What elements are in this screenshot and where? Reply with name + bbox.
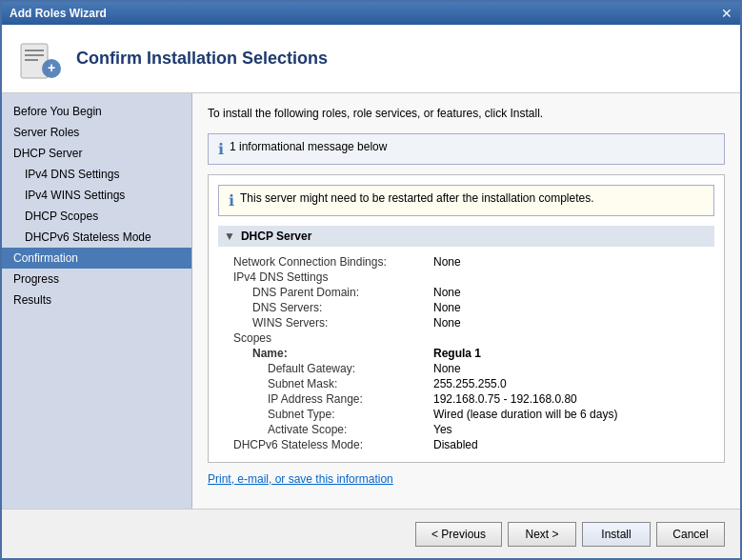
warn-icon: ℹ <box>229 191 234 210</box>
page-title: Confirm Installation Selections <box>76 49 328 69</box>
window-title: Add Roles Wizard <box>10 7 107 20</box>
info-message-text: 1 informational message below <box>230 140 387 153</box>
header: + Confirm Installation Selections <box>2 25 740 93</box>
sidebar-item-progress[interactable]: Progress <box>2 269 191 290</box>
value-default-gateway: None <box>433 362 461 375</box>
value-name: Regula 1 <box>433 347 481 360</box>
main-content: To install the following roles, role ser… <box>192 93 740 509</box>
label-name: Name: <box>224 347 433 360</box>
row-name: Name: Regula 1 <box>218 346 714 361</box>
value-subnet-type: Wired (lease duration will be 6 days) <box>433 408 617 421</box>
row-scopes-section: Scopes <box>218 330 714 346</box>
sidebar-item-server-roles[interactable]: Server Roles <box>2 122 191 143</box>
row-default-gateway: Default Gateway: None <box>218 361 714 376</box>
info-icon: ℹ <box>218 140 224 158</box>
row-activate-scope: Activate Scope: Yes <box>218 422 714 437</box>
label-network-bindings: Network Connection Bindings: <box>224 255 433 269</box>
svg-rect-1 <box>25 50 44 51</box>
install-button[interactable]: Install <box>582 522 651 547</box>
section-header-label: DHCP Server <box>241 230 311 243</box>
title-bar: Add Roles Wizard ✕ <box>2 2 740 25</box>
label-wins-servers: WINS Servers: <box>224 316 433 330</box>
content-area: Before You Begin Server Roles DHCP Serve… <box>2 93 740 509</box>
row-ipv4-dns-section: IPv4 DNS Settings <box>218 270 714 285</box>
value-dns-servers: None <box>433 301 461 314</box>
svg-text:+: + <box>48 60 55 75</box>
label-dns-servers: DNS Servers: <box>224 301 433 314</box>
label-dns-parent: DNS Parent Domain: <box>224 286 433 299</box>
label-dhcpv6: DHCPv6 Stateless Mode: <box>224 438 433 451</box>
row-ip-range: IP Address Range: 192.168.0.75 - 192.168… <box>218 391 714 407</box>
value-subnet-mask: 255.255.255.0 <box>433 377 507 390</box>
warn-text: This server might need to be restarted a… <box>240 191 594 205</box>
footer: < Previous Next > Install Cancel <box>2 509 740 558</box>
value-network-bindings: None <box>433 255 461 269</box>
sidebar-item-dhcp-scopes[interactable]: DHCP Scopes <box>2 206 191 227</box>
add-roles-wizard-window: Add Roles Wizard ✕ + Confirm Installatio… <box>0 0 742 560</box>
info-message-box: ℹ 1 informational message below <box>208 133 725 165</box>
section-header: ▼ DHCP Server <box>218 226 714 247</box>
sidebar: Before You Begin Server Roles DHCP Serve… <box>2 93 192 509</box>
label-ipv4-dns-section: IPv4 DNS Settings <box>224 270 433 284</box>
close-button[interactable]: ✕ <box>721 6 732 21</box>
collapse-icon[interactable]: ▼ <box>224 230 235 243</box>
label-ip-range: IP Address Range: <box>224 392 433 406</box>
svg-rect-3 <box>25 59 38 61</box>
row-subnet-type: Subnet Type: Wired (lease duration will … <box>218 407 714 422</box>
label-subnet-type: Subnet Type: <box>224 408 433 421</box>
value-activate-scope: Yes <box>433 423 452 436</box>
label-subnet-mask: Subnet Mask: <box>224 377 433 390</box>
value-dns-parent: None <box>433 286 461 299</box>
value-wins-servers: None <box>433 316 461 330</box>
sidebar-item-ipv4-wins[interactable]: IPv4 WINS Settings <box>2 185 191 206</box>
svg-rect-2 <box>25 54 44 56</box>
row-dhcpv6: DHCPv6 Stateless Mode: Disabled <box>218 437 714 452</box>
row-dns-parent: DNS Parent Domain: None <box>218 285 714 300</box>
row-network-bindings: Network Connection Bindings: None <box>218 254 714 270</box>
sidebar-item-dhcp-server[interactable]: DHCP Server <box>2 143 191 164</box>
sidebar-item-results[interactable]: Results <box>2 290 191 310</box>
detail-box: ℹ This server might need to be restarted… <box>208 174 725 463</box>
wizard-icon: + <box>17 36 63 82</box>
label-activate-scope: Activate Scope: <box>224 423 433 436</box>
print-link[interactable]: Print, e-mail, or save this information <box>208 472 393 486</box>
row-dns-servers: DNS Servers: None <box>218 300 714 315</box>
next-button[interactable]: Next > <box>508 522 576 547</box>
warn-box: ℹ This server might need to be restarted… <box>218 185 714 216</box>
sidebar-item-ipv4-dns[interactable]: IPv4 DNS Settings <box>2 164 191 185</box>
previous-button[interactable]: < Previous <box>415 522 502 547</box>
value-ip-range: 192.168.0.75 - 192.168.0.80 <box>433 392 577 406</box>
intro-text: To install the following roles, role ser… <box>208 107 725 120</box>
value-dhcpv6: Disabled <box>433 438 478 451</box>
label-default-gateway: Default Gateway: <box>224 362 433 375</box>
row-wins-servers: WINS Servers: None <box>218 315 714 330</box>
row-subnet-mask: Subnet Mask: 255.255.255.0 <box>218 376 714 391</box>
sidebar-item-before-you-begin[interactable]: Before You Begin <box>2 101 191 122</box>
cancel-button[interactable]: Cancel <box>656 522 725 547</box>
sidebar-item-dhcpv6[interactable]: DHCPv6 Stateless Mode <box>2 227 191 248</box>
sidebar-item-confirmation[interactable]: Confirmation <box>2 248 191 269</box>
label-scopes-section: Scopes <box>224 331 433 345</box>
